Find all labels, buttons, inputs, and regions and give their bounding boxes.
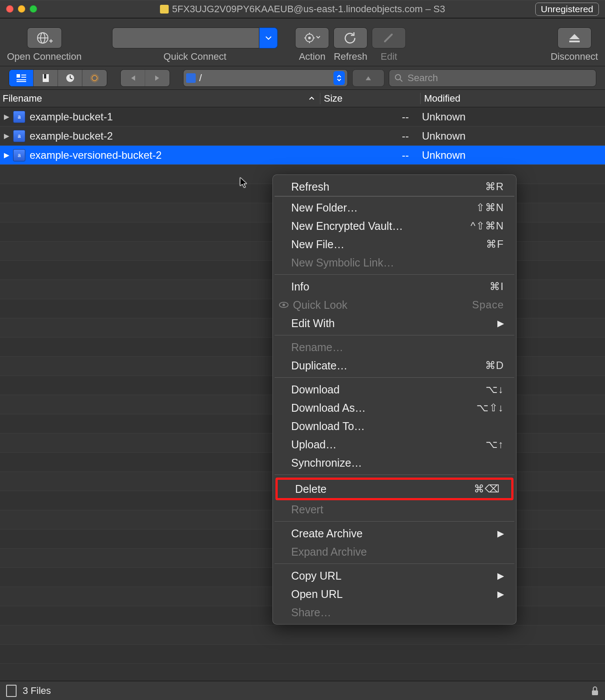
menu-delete[interactable]: Delete⌘⌫: [278, 480, 511, 498]
disconnect-button[interactable]: [557, 27, 591, 48]
search-input[interactable]: Search: [389, 69, 596, 87]
svg-point-29: [395, 75, 401, 80]
table-row[interactable]: ▶aexample-bucket-2--Unknown: [0, 126, 605, 146]
menu-new-file[interactable]: New File…⌘F: [274, 235, 515, 253]
chevron-down-icon: [265, 35, 272, 41]
svg-marker-28: [366, 76, 371, 80]
eye-icon: [279, 302, 289, 308]
triangle-left-icon: [130, 75, 136, 82]
refresh-button[interactable]: [333, 27, 367, 48]
search-placeholder: Search: [408, 72, 438, 84]
go-up-button[interactable]: [352, 69, 384, 87]
eject-icon: [567, 32, 582, 44]
disconnect-label: Disconnect: [551, 51, 598, 62]
column-modified-label: Modified: [424, 93, 460, 104]
svg-marker-12: [569, 34, 580, 39]
menu-synchronize[interactable]: Synchronize…: [274, 454, 515, 472]
svg-rect-32: [592, 690, 598, 695]
disclosure-triangle-icon[interactable]: ▶: [0, 113, 13, 121]
menu-refresh[interactable]: Refresh⌘R: [274, 178, 515, 196]
nav-forward-button[interactable]: [145, 70, 170, 86]
menu-copy-url[interactable]: Copy URL▶: [274, 567, 515, 585]
column-filename-label: Filename: [3, 93, 42, 104]
menu-quick-look: Quick LookSpace: [274, 296, 515, 314]
view-history-button[interactable]: [58, 70, 82, 86]
menu-download[interactable]: Download⌥↓: [274, 380, 515, 399]
file-size: --: [317, 149, 418, 161]
disclosure-triangle-icon[interactable]: ▶: [0, 151, 13, 159]
svg-point-6: [308, 37, 311, 39]
close-window-button[interactable]: [6, 5, 14, 13]
zoom-window-button[interactable]: [30, 5, 37, 13]
svg-rect-15: [21, 75, 26, 75]
nav-back-button[interactable]: [121, 70, 145, 86]
file-name: example-bucket-2: [30, 130, 317, 142]
history-nav-group: [120, 69, 170, 87]
menu-new-symbolic-link: New Symbolic Link…: [274, 253, 515, 272]
globe-plus-icon: [36, 31, 53, 44]
table-row[interactable]: ▶aexample-versioned-bucket-2--Unknown: [0, 146, 605, 165]
file-name: example-versioned-bucket-2: [30, 149, 317, 161]
file-modified: Unknown: [418, 130, 605, 142]
gear-icon: [303, 32, 321, 44]
empty-row: [0, 625, 605, 645]
bucket-icon: a: [13, 149, 25, 161]
quick-connect-label: Quick Connect: [163, 51, 226, 62]
svg-rect-16: [21, 77, 26, 78]
unregistered-badge[interactable]: Unregistered: [535, 3, 599, 16]
view-bookmarks-button[interactable]: [34, 70, 58, 86]
disclosure-triangle-icon[interactable]: ▶: [0, 132, 13, 140]
chevron-up-icon: [336, 75, 342, 78]
menu-duplicate[interactable]: Duplicate…⌘D: [274, 356, 515, 375]
open-connection-button[interactable]: [27, 27, 62, 48]
menu-expand-archive: Expand Archive: [274, 543, 515, 561]
menu-info[interactable]: Info⌘I: [274, 277, 515, 296]
submenu-arrow-icon: ▶: [497, 570, 504, 581]
quick-connect-dropdown[interactable]: [259, 27, 278, 48]
action-button[interactable]: [295, 27, 329, 48]
view-outline-button[interactable]: [9, 70, 34, 86]
svg-marker-27: [155, 75, 159, 81]
menu-create-archive[interactable]: Create Archive▶: [274, 524, 515, 543]
triangle-right-icon: [154, 75, 160, 82]
path-bar[interactable]: /: [183, 69, 348, 87]
svg-line-11: [385, 34, 392, 41]
column-modified[interactable]: Modified: [420, 93, 605, 104]
quick-connect-field[interactable]: [112, 27, 259, 48]
table-row[interactable]: ▶aexample-bucket-1--Unknown: [0, 107, 605, 126]
view-bonjour-button[interactable]: [82, 70, 107, 86]
menu-edit-with[interactable]: Edit With▶: [274, 314, 515, 332]
app-icon: [160, 5, 169, 14]
column-size-label: Size: [324, 93, 343, 104]
svg-rect-18: [17, 81, 26, 82]
path-stepper[interactable]: [333, 71, 345, 85]
edit-button[interactable]: [372, 27, 406, 48]
file-size: --: [317, 111, 418, 123]
status-text: 3 Files: [23, 685, 51, 697]
lock-icon: [591, 686, 599, 696]
view-mode-group: [9, 69, 107, 87]
clock-icon: [65, 73, 75, 83]
empty-row: [0, 645, 605, 664]
menu-open-url[interactable]: Open URL▶: [274, 585, 515, 603]
submenu-arrow-icon: ▶: [497, 589, 504, 599]
menu-new-encrypted-vault[interactable]: New Encrypted Vault…^⇧⌘N: [274, 217, 515, 235]
menu-download-as[interactable]: Download As…⌥⇧↓: [274, 399, 515, 417]
bookmark-icon: [42, 74, 49, 82]
minimize-window-button[interactable]: [18, 5, 25, 13]
sort-ascending-icon: [309, 96, 315, 101]
column-filename[interactable]: Filename: [0, 93, 320, 104]
menu-upload[interactable]: Upload…⌥↑: [274, 435, 515, 454]
file-modified: Unknown: [418, 111, 605, 123]
search-icon: [394, 74, 403, 82]
svg-rect-20: [44, 74, 46, 79]
chevron-down-icon: [336, 78, 342, 82]
column-size[interactable]: Size: [320, 93, 420, 104]
menu-rename: Rename…: [274, 338, 515, 356]
svg-point-24: [92, 75, 97, 81]
svg-rect-17: [17, 79, 26, 80]
menu-download-to[interactable]: Download To…: [274, 417, 515, 435]
context-menu: Refresh⌘R New Folder…⇧⌘N New Encrypted V…: [272, 174, 517, 625]
menu-new-folder[interactable]: New Folder…⇧⌘N: [274, 198, 515, 217]
path-text: /: [199, 72, 202, 84]
